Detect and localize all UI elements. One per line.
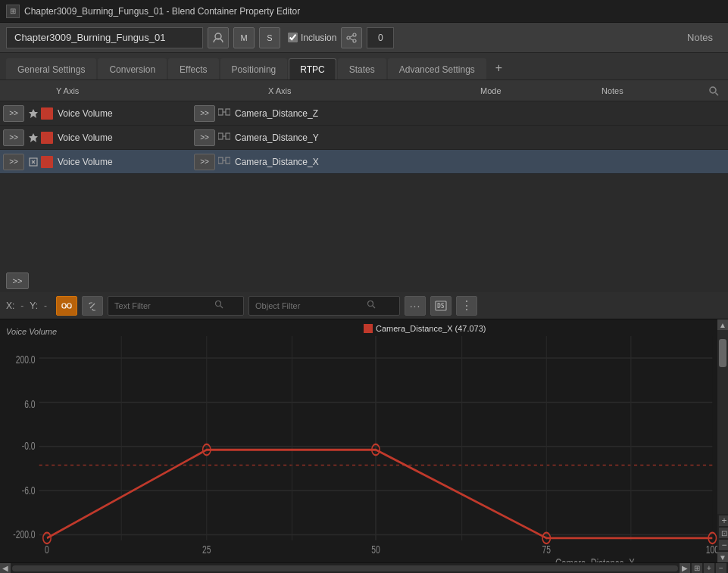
x-value: - xyxy=(20,301,23,311)
tab-bar: General Settings Conversion Effects Posi… xyxy=(0,53,728,80)
row2-x-arrow-button[interactable]: >> xyxy=(194,129,215,146)
svg-line-25 xyxy=(220,306,223,308)
chart-area: Voice Volume Camera_Distance_X (47.073) xyxy=(0,319,728,562)
bottom-toolbar: X: - Y: - ··· xyxy=(0,292,728,319)
row2-x-area: >> Camera_Distance_Y xyxy=(194,129,725,146)
svg-point-24 xyxy=(216,301,221,307)
inclusion-checkbox-wrap[interactable]: Inclusion xyxy=(288,33,336,43)
table-row[interactable]: >> Voice Volume >> Camera_Distance_X xyxy=(0,150,728,174)
svg-point-26 xyxy=(368,301,373,307)
row1-x-arrow-button[interactable]: >> xyxy=(194,105,215,122)
object-name: Chapter3009_Burning_Fungus_01 xyxy=(6,27,203,48)
svg-text:-0.0: -0.0 xyxy=(22,440,36,452)
svg-line-27 xyxy=(373,306,375,308)
svg-text:0: 0 xyxy=(45,544,49,556)
tab-effects[interactable]: Effects xyxy=(168,58,218,79)
svg-text:6.0: 6.0 xyxy=(24,398,35,410)
svg-rect-17 xyxy=(218,157,223,163)
object-filter-box[interactable] xyxy=(248,296,400,316)
chart-scroll-down[interactable]: ▼ xyxy=(717,552,728,562)
zoom-fit-button[interactable]: ⊡ xyxy=(719,528,728,538)
row3-y-name: Voice Volume xyxy=(58,157,194,167)
row1-arrow-button[interactable]: >> xyxy=(3,105,24,122)
zoom-out-button[interactable]: − xyxy=(719,540,728,550)
unlink-button[interactable] xyxy=(82,296,103,316)
inclusion-label: Inclusion xyxy=(301,33,336,43)
row3-x-area: >> Camera_Distance_X xyxy=(194,154,725,170)
head-icon-button[interactable] xyxy=(208,27,229,48)
m-button[interactable]: M xyxy=(233,27,255,48)
row3-color-swatch xyxy=(41,156,53,168)
main-layout: Y Axis X Axis Mode Notes >> Voice Volume… xyxy=(0,80,728,573)
zoom-in-button[interactable]: + xyxy=(719,515,728,526)
row2-arrow-button[interactable]: >> xyxy=(3,129,24,146)
chart-scroll-up[interactable]: ▲ xyxy=(717,319,728,330)
row2-color-swatch xyxy=(41,132,53,144)
svg-line-23 xyxy=(90,304,95,308)
notes-button[interactable]: Notes xyxy=(678,27,722,48)
table-row[interactable]: >> Voice Volume >> Camera_Distance_Z xyxy=(0,101,728,126)
s-button[interactable]: S xyxy=(259,27,280,48)
table-header: Y Axis X Axis Mode Notes xyxy=(0,80,728,101)
chart-scroll-left[interactable]: ◀ xyxy=(0,563,11,574)
chart-scroll-thumb xyxy=(719,339,726,366)
row1-x-icon xyxy=(218,107,230,120)
text-filter-box[interactable] xyxy=(108,296,244,316)
svg-rect-20 xyxy=(62,304,66,308)
app-icon: ⊞ xyxy=(6,5,20,18)
tab-positioning[interactable]: Positioning xyxy=(220,58,288,79)
xy-display: X: - Y: - xyxy=(6,301,47,311)
chart-scroll-right[interactable]: ▶ xyxy=(680,563,690,574)
dots-menu-button[interactable]: ··· xyxy=(405,296,426,316)
chart-svg: 200.0 6.0 -0.0 -6.0 -200.0 0 25 50 75 10… xyxy=(0,319,728,562)
tab-rtpc[interactable]: RTPC xyxy=(289,58,336,79)
th-mode: Mode xyxy=(474,86,595,95)
svg-rect-10 xyxy=(226,109,230,115)
table-row[interactable]: >> Voice Volume >> Camera_Distance_Y xyxy=(0,126,728,150)
tab-conversion[interactable]: Conversion xyxy=(98,58,167,79)
bottom-ctrl-3[interactable]: − xyxy=(716,563,726,574)
row3-pin-icon xyxy=(27,156,39,168)
bottom-ctrl-1[interactable]: ⊞ xyxy=(692,563,702,574)
row1-color-swatch xyxy=(41,107,53,120)
object-filter-search-icon[interactable] xyxy=(367,300,380,311)
row2-x-icon xyxy=(218,131,230,144)
share-button[interactable] xyxy=(341,27,362,48)
svg-text:75: 75 xyxy=(542,544,551,556)
chart-v-scrollbar[interactable]: ▲ + ⊡ − ▼ xyxy=(717,319,728,562)
tab-general-settings[interactable]: General Settings xyxy=(6,58,96,79)
row3-x-arrow-button[interactable]: >> xyxy=(194,154,215,170)
svg-text:50: 50 xyxy=(371,544,380,556)
window-title: Chapter3009_Burning_Fungus_01 - Blend Co… xyxy=(24,6,300,17)
svg-rect-11 xyxy=(218,133,223,139)
more-options-button[interactable]: ⋮ xyxy=(456,296,477,316)
tab-states[interactable]: States xyxy=(338,58,386,79)
svg-rect-8 xyxy=(218,109,223,115)
svg-rect-21 xyxy=(67,304,71,308)
svg-text:DS: DS xyxy=(437,303,445,310)
chart-h-scrollbar[interactable]: ◀ ▶ ⊞ + − xyxy=(0,562,728,573)
add-tab-button[interactable]: + xyxy=(488,57,510,79)
y-value: - xyxy=(44,301,47,311)
top-toolbar: Chapter3009_Burning_Fungus_01 M S Inclus… xyxy=(0,23,728,53)
ds-button[interactable]: DS xyxy=(430,296,451,316)
x-label: X: xyxy=(6,301,14,311)
link-button[interactable] xyxy=(56,296,77,316)
svg-line-5 xyxy=(350,39,353,40)
bottom-ctrl-2[interactable]: + xyxy=(704,563,714,574)
text-filter-input[interactable] xyxy=(108,301,214,310)
th-notes: Notes xyxy=(595,86,702,95)
object-filter-input[interactable] xyxy=(249,301,367,310)
add-row-area: >> xyxy=(0,269,728,292)
inclusion-checkbox[interactable] xyxy=(288,33,298,42)
chart-scroll-h-track xyxy=(12,565,678,571)
row2-y-name: Voice Volume xyxy=(58,132,194,143)
magnify-icon[interactable] xyxy=(702,86,725,96)
tab-advanced-settings[interactable]: Advanced Settings xyxy=(388,58,486,79)
th-x-axis: X Axis xyxy=(262,86,474,95)
row1-x-name: Camera_Distance_Z xyxy=(235,108,318,119)
text-filter-search-icon[interactable] xyxy=(214,300,228,311)
svg-point-6 xyxy=(710,87,716,93)
add-row-button[interactable]: >> xyxy=(6,272,29,289)
row3-arrow-button[interactable]: >> xyxy=(3,154,24,170)
